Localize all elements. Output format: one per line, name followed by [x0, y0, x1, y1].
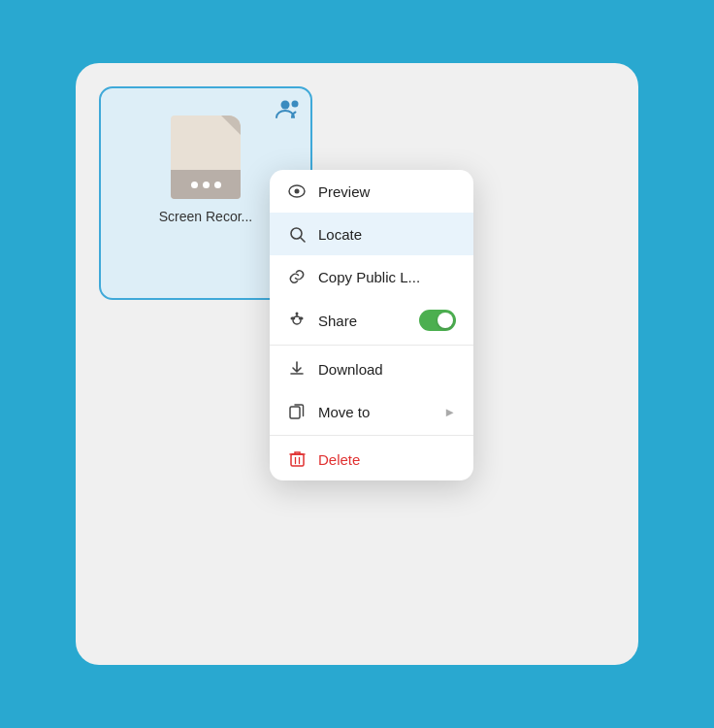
- share-toggle[interactable]: [419, 310, 456, 331]
- menu-item-download[interactable]: Download: [270, 347, 473, 390]
- file-name-label: Screen Recor...: [151, 209, 261, 224]
- toggle-knob: [438, 313, 453, 328]
- copy-public-link-label: Copy Public L...: [318, 269, 456, 285]
- menu-item-delete[interactable]: Delete: [270, 438, 473, 480]
- menu-item-preview[interactable]: Preview: [270, 170, 473, 213]
- trash-icon: [287, 449, 307, 469]
- menu-item-locate[interactable]: Locate: [270, 213, 473, 255]
- locate-label: Locate: [318, 226, 456, 243]
- svg-point-10: [301, 317, 304, 320]
- svg-point-0: [281, 101, 290, 110]
- share-label: Share: [318, 313, 407, 329]
- svg-point-4: [291, 228, 302, 239]
- download-icon: [287, 359, 307, 379]
- svg-point-3: [295, 189, 300, 194]
- shared-users-icon: [276, 98, 301, 119]
- svg-point-9: [291, 317, 294, 320]
- menu-divider-1: [270, 345, 473, 346]
- share-icon: [287, 311, 307, 330]
- submenu-chevron-icon: ►: [443, 405, 456, 419]
- file-icon: [171, 116, 241, 199]
- outer-card: Screen Recor... Preview Locate: [76, 63, 638, 665]
- menu-item-share[interactable]: Share: [270, 298, 473, 343]
- search-icon: [287, 224, 307, 244]
- menu-divider-2: [270, 435, 473, 436]
- svg-rect-12: [291, 454, 304, 466]
- svg-point-8: [296, 313, 299, 315]
- svg-rect-11: [290, 407, 300, 418]
- menu-item-copy-public-link[interactable]: Copy Public L...: [270, 255, 473, 298]
- move-to-label: Move to: [318, 404, 432, 420]
- delete-label: Delete: [318, 451, 456, 468]
- context-menu: Preview Locate Copy Public L...: [270, 170, 473, 480]
- move-icon: [287, 402, 307, 421]
- svg-line-5: [301, 238, 305, 242]
- eye-icon: [287, 182, 307, 201]
- link-icon: [287, 267, 307, 286]
- svg-point-1: [292, 101, 299, 108]
- preview-label: Preview: [318, 183, 456, 200]
- menu-item-move-to[interactable]: Move to ►: [270, 390, 473, 433]
- download-label: Download: [318, 361, 456, 378]
